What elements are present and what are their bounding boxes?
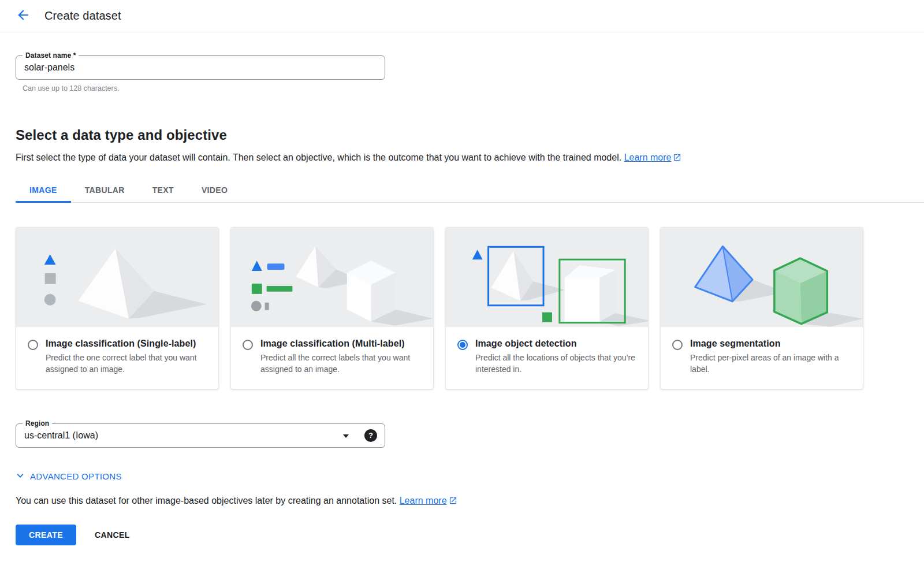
chevron-down-icon — [16, 471, 25, 482]
card-description: Predict the one correct label that you w… — [46, 352, 208, 375]
card-title: Image classification (Single-label) — [46, 339, 208, 349]
card-body: Image segmentation Predict per-pixel are… — [661, 327, 863, 389]
advanced-options-toggle[interactable]: ADVANCED OPTIONS — [16, 471, 908, 482]
multi-label-illustration — [231, 228, 433, 327]
data-type-tabs: IMAGE TABULAR TEXT VIDEO — [16, 179, 924, 203]
region-select[interactable]: Region us-central1 (Iowa) ? — [16, 423, 385, 448]
region-help-icon[interactable]: ? — [364, 429, 377, 442]
card-title: Image segmentation — [690, 339, 852, 349]
learn-more-link[interactable]: Learn more — [624, 153, 672, 162]
footer-note-text: You can use this dataset for other image… — [16, 496, 397, 505]
footer-note: You can use this dataset for other image… — [16, 496, 908, 507]
page-title: Create dataset — [44, 9, 121, 23]
tab-image[interactable]: IMAGE — [16, 179, 71, 203]
card-image-classification-multi[interactable]: Image classification (Multi-label) Predi… — [230, 227, 434, 389]
card-description: Predict all the correct labels that you … — [260, 352, 423, 375]
main-content: Dataset name * solar-panels Can use up t… — [0, 55, 924, 545]
single-label-illustration — [16, 228, 218, 327]
tab-video[interactable]: VIDEO — [188, 179, 241, 203]
radio-image-segmentation[interactable] — [672, 340, 683, 350]
card-body: Image object detection Predict all the l… — [446, 327, 648, 389]
dropdown-caret-icon[interactable] — [343, 434, 349, 438]
tab-tabular[interactable]: TABULAR — [71, 179, 139, 203]
page-header: Create dataset — [0, 0, 924, 32]
action-bar: CREATE CANCEL — [16, 525, 908, 545]
card-image-object-detection[interactable]: Image object detection Predict all the l… — [445, 227, 649, 389]
advanced-options-label: ADVANCED OPTIONS — [30, 471, 122, 481]
object-detection-illustration — [446, 228, 648, 327]
radio-image-classification-single[interactable] — [28, 340, 38, 350]
card-description: Predict all the locations of objects tha… — [475, 352, 638, 375]
region-label: Region — [23, 419, 52, 427]
section-description-text: First select the type of data your datas… — [16, 153, 621, 162]
create-button[interactable]: CREATE — [16, 525, 76, 545]
radio-image-classification-multi[interactable] — [243, 340, 253, 350]
dataset-name-field[interactable]: Dataset name * solar-panels — [16, 55, 385, 80]
dataset-name-helper-text: Can use up to 128 characters. — [23, 84, 908, 92]
radio-image-object-detection[interactable] — [457, 340, 468, 350]
external-link-icon — [449, 496, 457, 507]
dataset-name-label: Dataset name * — [23, 51, 79, 60]
footer-learn-more-link[interactable]: Learn more — [400, 496, 447, 505]
cancel-button[interactable]: CANCEL — [81, 525, 144, 545]
tab-text[interactable]: TEXT — [139, 179, 188, 203]
external-link-icon — [673, 153, 681, 164]
card-description: Predict per-pixel areas of an image with… — [690, 352, 852, 375]
card-title: Image object detection — [475, 339, 638, 349]
card-title: Image classification (Multi-label) — [260, 339, 423, 349]
back-arrow-button[interactable] — [12, 5, 35, 28]
segmentation-illustration — [661, 228, 863, 327]
section-heading: Select a data type and objective — [16, 127, 908, 143]
card-image-classification-single[interactable]: Image classification (Single-label) Pred… — [16, 227, 219, 389]
region-value[interactable]: us-central1 (Iowa) — [16, 424, 385, 447]
section-description: First select the type of data your datas… — [16, 153, 908, 164]
card-body: Image classification (Single-label) Pred… — [16, 327, 218, 389]
objective-cards: Image classification (Single-label) Pred… — [16, 227, 908, 389]
card-body: Image classification (Multi-label) Predi… — [231, 327, 433, 389]
card-image-segmentation[interactable]: Image segmentation Predict per-pixel are… — [660, 227, 863, 389]
dataset-name-input[interactable]: solar-panels — [16, 56, 385, 79]
arrow-back-icon — [16, 8, 31, 24]
